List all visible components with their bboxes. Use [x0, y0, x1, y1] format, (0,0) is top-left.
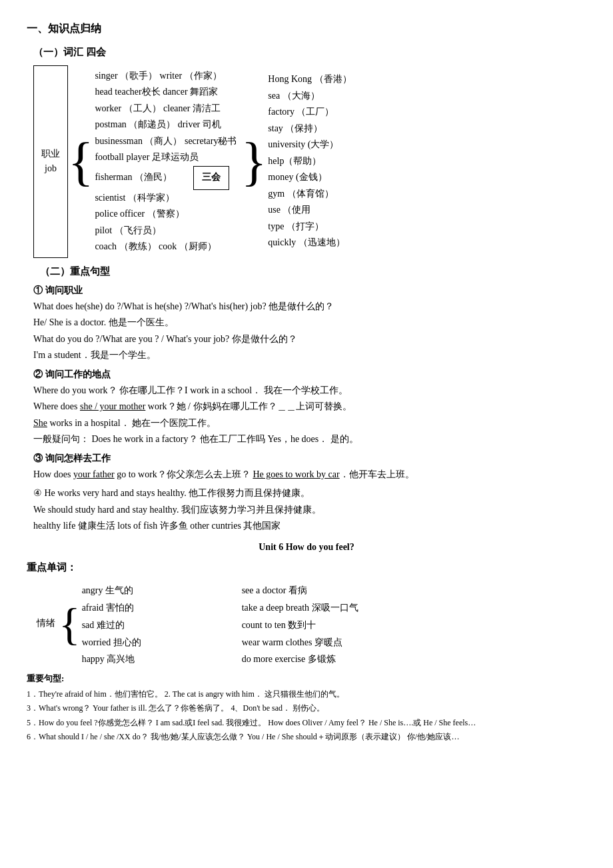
- part1-title: 一、知识点归纳: [27, 20, 586, 37]
- sentences-section: （二）重点句型 ① 询问职业 What does he(she) do ?/Wh…: [33, 263, 586, 534]
- group3-line1: How does your father go to work？你父亲怎么去上班…: [33, 467, 586, 482]
- group4-line3: healthy life 健康生活 lots of fish 许多鱼 other…: [33, 519, 586, 533]
- vocab-list-right: Hong Kong （香港） sea （大海） factory （工厂） sta…: [268, 65, 351, 258]
- group1-title: ① 询问职业: [33, 283, 586, 298]
- brace-right-icon: }: [241, 65, 267, 258]
- group4-line1: ④ He works very hard and stays healthy. …: [33, 486, 586, 501]
- group1-line2: He/ She is a doctor. 他是一个医生。: [33, 315, 586, 330]
- group2-line4: 一般疑问句： Does he work in a factory？ 他在工厂工作…: [33, 432, 586, 447]
- sub-title-vocab: （一）词汇 四会: [33, 44, 586, 60]
- vocab2-section: 情绪 { angry 生气的 afraid 害怕的 sad 难过的 worrie…: [33, 579, 586, 668]
- group2-title: ② 询问工作的地点: [33, 367, 586, 382]
- group4-line2: We should study hard and stay healthy. 我…: [33, 503, 586, 517]
- important-line2: 3．What's wrong？ Your father is ill. 怎么了？…: [27, 701, 586, 715]
- vocab-list-left: singer （歌手） writer （作家） head teacher校长 d…: [95, 65, 239, 258]
- qingxu-label: 情绪: [33, 579, 59, 668]
- job-label: 职业 job: [33, 65, 68, 258]
- group1-line4: I'm a student．我是一个学生。: [33, 348, 586, 363]
- brace-left-emotion-icon: {: [59, 579, 81, 668]
- unit6-title: Unit 6 How do you feel?: [27, 540, 586, 555]
- group2-line2: Where does she / your mother work？她 / 你妈…: [33, 399, 586, 414]
- group3-title: ③ 询问怎样去工作: [33, 451, 586, 466]
- vocab2-right-col: see a doctor 看病 take a deep breath 深吸一口气…: [242, 579, 358, 668]
- sanhui-box: 三会: [193, 166, 229, 190]
- sub-title-sentences: （二）重点句型: [40, 263, 586, 279]
- important-section: 重要句型: 1．They're afraid of him．他们害怕它。 2. …: [27, 672, 586, 743]
- group1-line3: What do you do ?/What are you ? / What's…: [33, 332, 586, 347]
- important-line3: 5．How do you feel ?你感觉怎么样？ I am sad.或I f…: [27, 716, 586, 729]
- brace-left-icon: {: [68, 65, 93, 258]
- group1-line1: What does he(she) do ?/What is he(she) ?…: [33, 299, 586, 314]
- vocab-section: 职业 job { singer （歌手） writer （作家） head te…: [33, 65, 586, 258]
- vocab2-left-col: angry 生气的 afraid 害怕的 sad 难过的 worried 担心的…: [82, 579, 202, 668]
- important-line1: 1．They're afraid of him．他们害怕它。 2. The ca…: [27, 687, 586, 701]
- group2-line3: She works in a hospital． 她在一个医院工作。: [33, 416, 586, 431]
- group2-line1: Where do you work？ 你在哪儿工作？I work in a sc…: [33, 383, 586, 398]
- important-line4: 6．What should I / he / she /XX do？ 我/他/她…: [27, 730, 586, 743]
- important-label: 重要句型:: [27, 672, 586, 686]
- zhongdian-label: 重点单词：: [27, 559, 586, 575]
